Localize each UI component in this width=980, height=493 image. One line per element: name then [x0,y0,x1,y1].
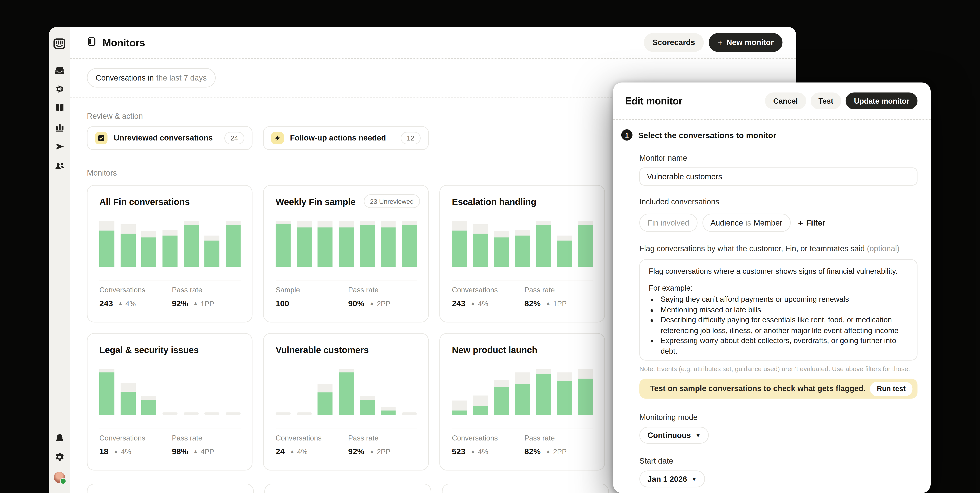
stat-column: Conversations 243 ▲4% [99,286,145,308]
delta-up-icon: ▲ [369,449,374,455]
chart-bar [318,384,333,415]
monitor-card[interactable]: Escalation handling Conversations 243 ▲4… [439,185,605,323]
run-test-button[interactable]: Run test [870,382,913,396]
chart-bar-passed [99,231,115,267]
chart-bar-passed [473,234,488,267]
test-button[interactable]: Test [810,92,842,109]
stat-delta: ▲2PP [546,448,566,455]
chip-text: Member [754,218,782,227]
count-badge: 24 [224,132,244,145]
monitor-cards-grid: All Fin conversations Conversations 243 … [87,185,617,471]
notifications-bell-icon[interactable] [49,433,70,444]
fin-ai-icon[interactable] [49,84,70,94]
step-1-row: 1 Select the conversations to monitor [621,129,918,140]
stat-label: Pass rate [172,286,214,294]
card-chart [99,221,241,267]
chart-bar [473,395,488,415]
start-date-dropdown[interactable]: Jan 1 2026▼ [640,471,705,487]
stat-value: 92% [172,299,188,308]
chart-bar [360,396,375,415]
chart-bar-passed [360,225,375,267]
stat-column: Pass rate 82% ▲2PP [524,434,566,456]
audience-is-member-chip[interactable]: AudienceisMember [702,214,791,232]
contacts-icon[interactable] [49,161,70,171]
monitor-card[interactable]: Vulnerable customers Conversations 24 ▲4… [263,333,429,471]
chart-bar [339,221,354,267]
delta-up-icon: ▲ [470,301,475,306]
knowledge-base-icon[interactable] [49,102,70,113]
optional-hint: (optional) [867,244,899,253]
stat-column: Pass rate 82% ▲1PP [524,286,566,308]
review-action-card[interactable]: Follow-up actions needed12 [263,126,429,150]
chart-bar [557,235,572,267]
monitor-card-partial[interactable] [264,483,431,493]
chevron-down-icon: ▼ [692,476,697,482]
outbound-icon[interactable] [49,141,70,152]
chart-bar [452,401,467,415]
chart-bar [339,369,354,415]
chart-bar-passed [183,225,199,267]
bolt-icon [271,132,284,145]
delta-up-icon: ▲ [290,449,294,455]
review-action-card[interactable]: Unreviewed conversations24 [87,126,253,150]
stat-column: Pass rate 92% ▲2PP [348,434,390,456]
chart-bar-passed [360,400,375,415]
stat-value: 18 [99,447,108,456]
monitor-card-partial[interactable] [442,483,609,493]
chart-bar-passed [515,235,530,267]
monitor-card[interactable]: Legal & security issues Conversations 18… [87,333,253,471]
stat-delta: ▲4% [113,448,131,455]
stat-column: Pass rate 92% ▲1PP [172,286,214,308]
chart-bar [275,412,291,415]
chart-bar [120,383,135,415]
delta-up-icon: ▲ [470,449,475,455]
scorecards-button[interactable]: Scorecards [644,33,704,52]
chart-bar [142,231,157,267]
new-monitor-button[interactable]: +New monitor [709,33,783,52]
add-filter-button[interactable]: +Filter [798,218,826,227]
count-badge: 12 [401,132,421,145]
edit-monitor-title: Edit monitor [625,95,682,107]
monitor-name-input[interactable] [640,167,918,186]
chart-bar-passed [473,406,488,415]
chart-bar [297,221,312,267]
monitor-card-partial[interactable] [87,483,254,493]
chart-bar [205,235,220,267]
delta-up-icon: ▲ [113,449,118,455]
stat-column: Pass rate 90% ▲2PP [348,286,390,308]
monitor-card[interactable]: All Fin conversations Conversations 243 … [87,185,253,323]
stat-value: 82% [524,299,541,308]
settings-gear-icon[interactable] [49,452,70,462]
chart-bar-passed [557,241,572,267]
delta-up-icon: ▲ [546,449,550,455]
stat-label: Conversations [99,434,145,442]
delta-up-icon: ▲ [193,301,198,306]
inbox-icon[interactable] [49,65,70,76]
fin-involved-chip[interactable]: Fin involved [640,214,697,232]
card-divider [452,281,593,281]
chart-bar-passed [120,234,135,267]
conversations-filter-chip[interactable]: Conversations in the last 7 days [87,68,215,87]
stat-value: 523 [452,447,465,456]
avatar [54,472,65,483]
chart-bar-passed [494,387,509,415]
delta-up-icon: ▲ [546,301,550,306]
user-avatar[interactable] [49,472,70,483]
flag-prompt-textarea[interactable]: Flag conversations where a customer show… [640,259,918,361]
chart-bar [99,369,115,415]
delta-up-icon: ▲ [193,449,198,455]
monitor-card[interactable]: Weekly Fin sample 23 Unreviewed Sample 1… [263,185,429,323]
monitor-card[interactable]: New product launch Conversations 523 ▲4%… [439,333,605,471]
card-chart [452,369,593,415]
monitoring-mode-dropdown[interactable]: Continuous▼ [640,427,709,444]
flag-bullet: Expressing worry about debt collectors, … [659,336,908,356]
chart-bar-passed [402,225,417,267]
chart-bar [381,407,396,415]
stat-delta: ▲4% [118,300,136,307]
cancel-button[interactable]: Cancel [765,92,806,109]
reports-icon[interactable] [49,122,70,132]
chart-bar-passed [162,235,178,267]
update-monitor-button[interactable]: Update monitor [846,92,918,109]
intercom-logo-icon[interactable] [49,37,70,50]
chart-bar [226,221,241,267]
